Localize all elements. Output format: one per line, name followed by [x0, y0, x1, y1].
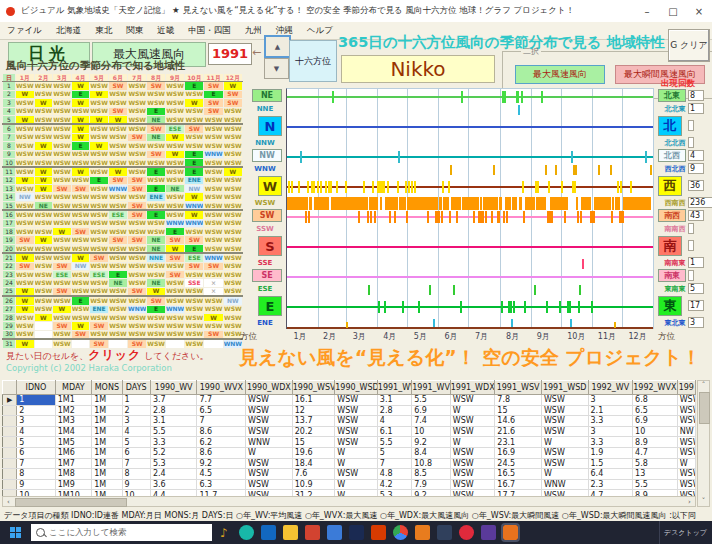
- table-cell[interactable]: 1M6: [55, 447, 91, 458]
- row-selector[interactable]: [3, 447, 17, 458]
- calendar-day-cell[interactable]: W: [185, 99, 204, 107]
- table-cell[interactable]: 5.5: [633, 479, 678, 490]
- calendar-day-cell[interactable]: ×: [204, 287, 223, 296]
- calendar-day-cell[interactable]: WSW: [204, 115, 223, 124]
- calendar-day-cell[interactable]: NW: [185, 185, 204, 193]
- calendar-day-cell[interactable]: WSW: [16, 330, 35, 339]
- table-cell[interactable]: 1: [17, 395, 56, 406]
- calendar-day-cell[interactable]: WSW: [185, 330, 204, 339]
- calendar-day-cell[interactable]: E: [147, 210, 166, 219]
- calendar-day-cell[interactable]: WSW: [90, 193, 109, 201]
- scroll-up-icon[interactable]: ˄: [698, 381, 709, 390]
- menu-item[interactable]: ヘルプ: [300, 25, 340, 37]
- calendar-day-cell[interactable]: WSW: [204, 236, 223, 244]
- calendar-day-cell[interactable]: WSW: [34, 124, 53, 133]
- table-column-header[interactable]: 1991_WSD: [541, 381, 588, 395]
- calendar-day-cell[interactable]: WSW: [53, 176, 72, 184]
- calendar-day-cell[interactable]: WSW: [16, 313, 35, 321]
- calendar-day-cell[interactable]: ESE: [108, 210, 127, 219]
- table-cell[interactable]: 5.5: [377, 437, 411, 448]
- table-cell[interactable]: W: [450, 437, 495, 448]
- calendar-day-cell[interactable]: NE: [147, 244, 166, 253]
- calendar-day-cell[interactable]: SW: [185, 262, 204, 270]
- calendar-day-cell[interactable]: WSW: [147, 270, 166, 278]
- calendar-day-cell[interactable]: ENE: [185, 176, 204, 184]
- table-cell[interactable]: WSW: [246, 405, 293, 416]
- calendar-day-cell[interactable]: WSW: [128, 167, 147, 176]
- table-cell[interactable]: 9.2: [197, 458, 246, 469]
- calendar-day-cell[interactable]: WSW: [185, 305, 204, 313]
- calendar-day-cell[interactable]: WSW: [53, 107, 72, 115]
- calendar-day-cell[interactable]: SW: [128, 287, 147, 296]
- calendar-day-cell[interactable]: SW: [53, 322, 72, 330]
- calendar-day-cell[interactable]: WSW: [185, 133, 204, 141]
- table-cell[interactable]: 3: [588, 426, 633, 437]
- table-cell[interactable]: 1.9: [588, 447, 633, 458]
- table-cell[interactable]: W: [541, 437, 588, 448]
- calendar-day-cell[interactable]: WSW: [165, 287, 184, 296]
- table-cell[interactable]: W: [677, 458, 695, 469]
- table-cell[interactable]: WSW: [335, 469, 378, 480]
- calendar-day-cell[interactable]: WSW: [71, 313, 90, 321]
- calendar-day-cell[interactable]: SW: [204, 107, 223, 115]
- calendar-day-cell[interactable]: W: [71, 82, 90, 90]
- table-cell[interactable]: 7.8: [495, 395, 542, 406]
- calendar-day-cell[interactable]: W: [34, 313, 53, 321]
- calendar-day-cell[interactable]: WSW: [108, 150, 127, 158]
- calendar-day-cell[interactable]: E: [204, 90, 223, 98]
- calendar-day-cell[interactable]: W: [90, 142, 109, 150]
- calendar-day-cell[interactable]: ENE: [147, 193, 166, 201]
- calendar-day-cell[interactable]: SW: [128, 185, 147, 193]
- calendar-day-cell[interactable]: WNW: [128, 305, 147, 313]
- table-cell[interactable]: 5.8: [633, 458, 678, 469]
- calendar-day-cell[interactable]: WSW: [185, 115, 204, 124]
- calendar-day-cell[interactable]: WSW: [90, 124, 109, 133]
- calendar-day-cell[interactable]: WSW: [185, 270, 204, 278]
- table-cell[interactable]: 2: [122, 405, 150, 416]
- table-cell[interactable]: 13: [633, 469, 678, 480]
- calendar-day-cell[interactable]: SW: [108, 236, 127, 244]
- calendar-day-cell[interactable]: SW: [204, 82, 223, 90]
- calendar-day-cell[interactable]: WSW: [71, 201, 90, 210]
- table-cell[interactable]: 2.1: [588, 405, 633, 416]
- calendar-day-cell[interactable]: WSW: [71, 210, 90, 219]
- calendar-day-cell[interactable]: WNW: [165, 305, 184, 313]
- calendar-day-cell[interactable]: WSW: [53, 193, 72, 201]
- table-column-header[interactable]: MONS: [92, 381, 122, 395]
- table-cell[interactable]: WSW: [450, 426, 495, 437]
- table-cell[interactable]: 5.5: [150, 426, 197, 437]
- table-cell[interactable]: 1M1: [55, 395, 91, 406]
- table-cell[interactable]: 7: [197, 416, 246, 427]
- calendar-day-cell[interactable]: WSW: [165, 322, 184, 330]
- table-column-header[interactable]: 199: [677, 381, 695, 395]
- table-cell[interactable]: W: [335, 458, 378, 469]
- table-cell[interactable]: WSW: [246, 416, 293, 427]
- table-column-header[interactable]: 1990_WVX: [197, 381, 246, 395]
- taskbar-icon-edge-browser[interactable]: [239, 525, 254, 540]
- calendar-day-cell[interactable]: WSW: [53, 133, 72, 141]
- calendar-day-cell[interactable]: WSW: [165, 158, 184, 167]
- calendar-day-cell[interactable]: W: [90, 115, 109, 124]
- table-cell[interactable]: 2.4: [150, 469, 197, 480]
- table-cell[interactable]: 7.9: [412, 479, 451, 490]
- calendar-day-cell[interactable]: WSW: [71, 279, 90, 287]
- calendar-day-cell[interactable]: WSW: [128, 330, 147, 339]
- calendar-day-cell[interactable]: NNE: [147, 253, 166, 262]
- table-cell[interactable]: WSW: [541, 395, 588, 406]
- calendar-day-cell[interactable]: WSW: [34, 150, 53, 158]
- calendar-day-cell[interactable]: WSW: [128, 107, 147, 115]
- calendar-day-cell[interactable]: WSW: [16, 82, 35, 90]
- calendar-day-cell[interactable]: WSW: [108, 158, 127, 167]
- calendar-day-cell[interactable]: WSW: [90, 133, 109, 141]
- table-cell[interactable]: 6.1: [377, 426, 411, 437]
- calendar-day-cell[interactable]: SW: [128, 176, 147, 184]
- table-cell[interactable]: 6.4: [588, 469, 633, 480]
- calendar-day-cell[interactable]: WSW: [71, 305, 90, 313]
- calendar-day-cell[interactable]: ESE: [165, 124, 184, 133]
- calendar-day-cell[interactable]: WSW: [147, 322, 166, 330]
- table-cell[interactable]: 15: [495, 405, 542, 416]
- table-cell[interactable]: 4: [17, 426, 56, 437]
- calendar-day-cell[interactable]: WSW: [128, 150, 147, 158]
- table-cell[interactable]: 3.3: [588, 416, 633, 427]
- table-column-header[interactable]: 1990_WDX: [246, 381, 293, 395]
